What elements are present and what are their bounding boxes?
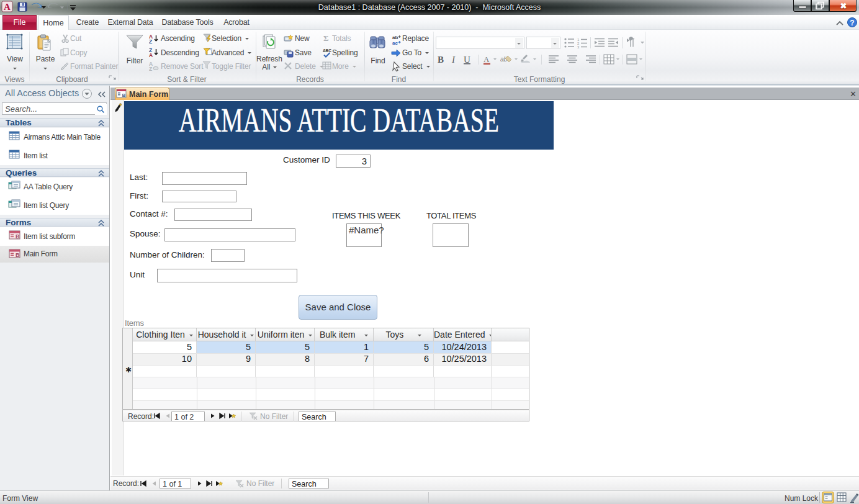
svg-text:?: ? bbox=[850, 19, 854, 27]
svg-text:Σ: Σ bbox=[323, 34, 329, 43]
svg-text:B: B bbox=[122, 92, 126, 98]
svg-text:ab: ab bbox=[392, 35, 398, 40]
svg-text:C: C bbox=[328, 48, 331, 53]
svg-text:B: B bbox=[16, 233, 20, 240]
svg-text:✖: ✖ bbox=[840, 1, 847, 11]
svg-text:U: U bbox=[464, 55, 470, 65]
svg-text:ac: ac bbox=[392, 40, 398, 46]
svg-text:B: B bbox=[438, 55, 444, 65]
svg-text:3: 3 bbox=[577, 45, 580, 49]
svg-text:A: A bbox=[149, 52, 153, 58]
svg-text:Z: Z bbox=[149, 38, 152, 45]
svg-text:Z: Z bbox=[149, 66, 152, 72]
svg-text:B: B bbox=[16, 252, 20, 258]
svg-text:A: A bbox=[483, 55, 490, 64]
svg-text:I: I bbox=[451, 55, 456, 65]
svg-text:A: A bbox=[4, 2, 11, 12]
